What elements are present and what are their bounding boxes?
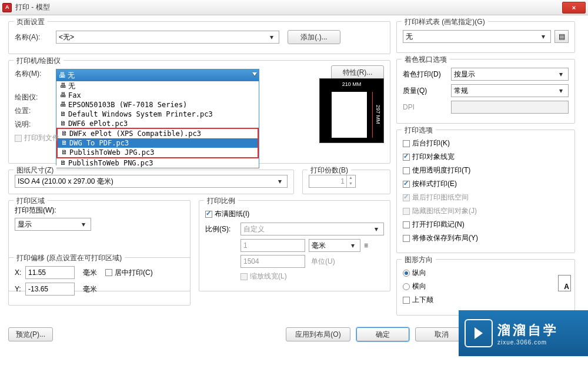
center-plot-checkbox[interactable]: 居中打印(C) xyxy=(105,268,153,278)
ok-button[interactable]: 确定 xyxy=(356,327,409,341)
close-button[interactable]: × xyxy=(562,2,586,14)
spin-down[interactable]: ▼ xyxy=(347,181,355,187)
plot-to-file-checkbox[interactable]: 打印到文件 xyxy=(15,133,59,143)
checkbox-icon xyxy=(403,140,410,147)
checkbox-icon xyxy=(403,194,410,201)
group-plot-scale: 打印比例 布满图纸(I) 比例(S): 自定义 ▾ 1 xyxy=(199,200,390,291)
y-offset-field[interactable]: -13.65 xyxy=(25,283,75,296)
paper-preview: 210 MM 297 MM xyxy=(319,78,384,143)
description-label: 说明: xyxy=(15,120,56,130)
plot-style-combo[interactable]: 无 ▾ xyxy=(403,30,551,43)
orientation-portrait-radio[interactable]: 纵向 xyxy=(403,268,426,278)
y-unit: 毫米 xyxy=(83,284,97,294)
checkbox-icon xyxy=(105,269,112,276)
checkbox-icon xyxy=(240,273,248,280)
page-setup-name-label: 名称(A): xyxy=(15,32,56,42)
equals-icon: ≡ xyxy=(364,241,368,250)
scale-combo[interactable]: 自定义 ▾ xyxy=(240,223,384,235)
spin-up[interactable]: ▲ xyxy=(347,175,355,181)
list-item[interactable]: 🗎PublishToWeb JPG.pc3 xyxy=(58,148,258,157)
plot-offset-title: 打印偏移 (原点设置在可打印区域) xyxy=(14,253,125,263)
plot-option-label: 打开打印戳记(N) xyxy=(412,220,465,230)
fit-to-paper-checkbox[interactable]: 布满图纸(I) xyxy=(205,209,249,219)
printer-properties-button[interactable]: 特性(R)... xyxy=(331,65,384,79)
edit-styles-button[interactable]: ▤ xyxy=(554,30,569,43)
checkbox-icon xyxy=(205,211,212,218)
checkbox-icon xyxy=(403,154,410,161)
list-item[interactable]: 🗎DWG To PDF.pc3 xyxy=(58,138,258,148)
chevron-down-icon: ▾ xyxy=(267,33,276,41)
checkbox-icon xyxy=(15,135,22,142)
chevron-down-icon: ▾ xyxy=(348,241,358,250)
plot-upside-down-checkbox[interactable]: 上下颠 xyxy=(403,295,433,305)
paper-size-title: 图纸尺寸(Z) xyxy=(14,165,56,175)
plot-option-label: 使用透明度打印(T) xyxy=(412,165,470,175)
checkbox-icon xyxy=(403,235,410,242)
page-setup-title: 页面设置 xyxy=(14,17,48,27)
plot-area-title: 打印区域 xyxy=(14,196,48,206)
list-item[interactable]: 🗎DWFx ePlot (XPS Compatible).pc3 xyxy=(58,129,258,138)
plot-option-label: 最后打印图纸空间 xyxy=(412,193,469,203)
plot-option-checkbox[interactable]: 将修改保存到布局(Y) xyxy=(403,233,478,243)
list-item[interactable]: 🗎DWF6 ePlot.pc3 xyxy=(56,119,259,128)
checkbox-icon xyxy=(403,221,410,228)
plot-option-checkbox[interactable]: 打印对象线宽 xyxy=(403,152,455,162)
orientation-preview-icon: A xyxy=(558,275,571,291)
scale-denominator-field[interactable]: 1504 xyxy=(240,255,305,268)
printer-name-combo[interactable]: 🖶 无 🖶无 🖶Fax 🖶EPSON50103B (WF-7018 Series… xyxy=(56,69,259,168)
plot-option-checkbox[interactable]: 使用透明度打印(T) xyxy=(403,165,470,175)
scale-numerator-field[interactable]: 1 xyxy=(240,239,305,252)
window-title: 打印 - 模型 xyxy=(15,2,562,12)
page-setup-name-value: <无> xyxy=(59,32,74,42)
printer-title: 打印机/绘图仪 xyxy=(14,56,64,66)
watermark-title: 溜溜自学 xyxy=(497,321,582,339)
watermark: 溜溜自学 zixue.3066.com xyxy=(459,310,588,356)
shade-plot-combo[interactable]: 按显示 ▾ xyxy=(451,68,569,81)
quality-combo[interactable]: 常规 ▾ xyxy=(451,84,569,97)
plot-scale-title: 打印比例 xyxy=(204,196,238,206)
copies-spin[interactable]: 1 ▲ ▼ xyxy=(309,175,356,188)
plot-option-label: 后台打印(K) xyxy=(412,138,450,148)
orientation-landscape-radio[interactable]: 横向 xyxy=(403,281,426,291)
scale-lineweights-checkbox[interactable]: 缩放线宽(L) xyxy=(240,271,287,281)
scale-unit-combo[interactable]: 毫米 ▾ xyxy=(309,239,360,252)
group-plot-offset: 打印偏移 (原点设置在可打印区域) X: 11.55 毫米 居中打印(C) Y:… xyxy=(8,257,191,306)
apply-to-layout-button[interactable]: 应用到布局(O) xyxy=(286,327,350,341)
printer-name-label: 名称(M): xyxy=(15,69,56,79)
chevron-down-icon: ▾ xyxy=(372,225,381,233)
list-item[interactable]: 🖶无 xyxy=(56,81,259,91)
plot-option-checkbox[interactable]: 按样式打印(E) xyxy=(403,179,457,189)
x-offset-field[interactable]: 11.55 xyxy=(25,266,75,279)
preview-button[interactable]: 预览(P)... xyxy=(8,327,53,341)
chevron-down-icon xyxy=(252,73,257,77)
checkbox-icon xyxy=(403,208,410,215)
list-item[interactable]: 🗎PublishToWeb PNG.pc3 xyxy=(56,158,259,168)
plot-option-checkbox[interactable]: 打开打印戳记(N) xyxy=(403,220,465,230)
group-page-setup: 页面设置 名称(A): <无> ▾ 添加(.)... xyxy=(8,21,390,54)
list-item[interactable]: 🖶EPSON50103B (WF-7018 Series) xyxy=(56,100,259,109)
plot-option-checkbox[interactable]: 后台打印(K) xyxy=(403,138,450,148)
list-item[interactable]: 🗎Default Windows System Printer.pc3 xyxy=(56,109,259,119)
plot-what-combo[interactable]: 显示 ▾ xyxy=(15,218,91,231)
paper-size-combo[interactable]: ISO A4 (210.00 x 297.00 毫米) ▾ xyxy=(15,175,288,188)
chevron-down-icon: ▾ xyxy=(556,70,566,78)
chevron-down-icon: ▾ xyxy=(275,177,285,185)
radio-icon xyxy=(403,283,410,290)
dpi-field xyxy=(451,101,569,114)
plotter-label: 绘图仪: xyxy=(15,92,56,102)
plot-options-title: 打印选项 xyxy=(402,125,436,135)
page-setup-name-combo[interactable]: <无> ▾ xyxy=(56,31,279,44)
location-label: 位置: xyxy=(15,106,56,116)
printer-dropdown-list[interactable]: 🖶无 🖶Fax 🖶EPSON50103B (WF-7018 Series) 🗎D… xyxy=(56,81,259,168)
group-shaded-viewport: 着色视口选项 着色打印(D) 按显示 ▾ 质量(Q) 常规 ▾ DPI xyxy=(396,59,575,124)
palette-icon: ▤ xyxy=(559,32,565,41)
quality-label: 质量(Q) xyxy=(403,86,451,96)
add-page-setup-button[interactable]: 添加(.)... xyxy=(288,30,340,44)
watermark-logo xyxy=(465,319,493,347)
plot-option-label: 隐藏图纸空间对象(J) xyxy=(412,206,477,216)
y-label: Y: xyxy=(15,285,25,293)
app-icon xyxy=(2,3,12,12)
list-item[interactable]: 🖶Fax xyxy=(56,91,259,100)
shade-plot-label: 着色打印(D) xyxy=(403,69,451,79)
chevron-down-icon: ▾ xyxy=(79,220,88,228)
